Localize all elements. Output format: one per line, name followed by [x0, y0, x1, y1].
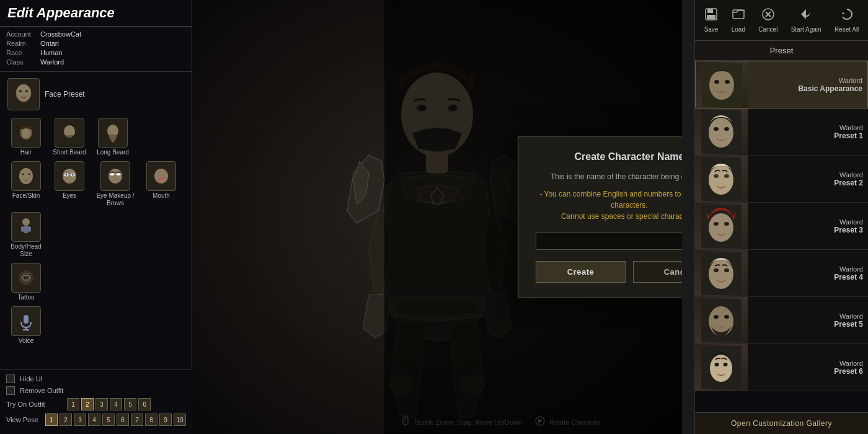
preset-class-basic: Warlord — [839, 77, 862, 84]
save-label: Save — [704, 26, 719, 33]
svg-point-25 — [22, 273, 30, 282]
category-row-3: Body/Head Size — [2, 210, 189, 260]
race-label: Race — [6, 49, 40, 56]
view-pose-btn-10[interactable]: 10 — [174, 414, 186, 426]
bottom-controls: Hide UI Remove Outfit Try On Outfit 1 2 … — [0, 369, 192, 434]
try-on-outfit-row: Try On Outfit 1 2 3 4 5 6 — [6, 398, 186, 410]
character-viewport[interactable]: Scroll: Zoom, Drag: Move Up/Down Rotate … — [192, 0, 682, 434]
preset-class-2: Warlord — [839, 171, 863, 179]
view-pose-btn-5[interactable]: 5 — [102, 414, 115, 426]
view-pose-btn-4[interactable]: 4 — [88, 414, 100, 426]
mouth-category[interactable]: Mouth — [141, 161, 181, 207]
reset-all-icon — [840, 7, 854, 24]
right-panel: Save Load Cancel — [694, 0, 868, 434]
preset-name-2: Preset 2 — [834, 179, 863, 187]
cancel-button[interactable]: Cancel — [755, 5, 781, 35]
face-skin-label: Face/Skin — [12, 192, 40, 200]
view-pose-btn-8[interactable]: 8 — [145, 414, 157, 426]
try-on-btn-1[interactable]: 1 — [67, 398, 79, 410]
preset-class-5: Warlord — [839, 312, 863, 320]
class-label: Class — [6, 58, 40, 66]
try-on-btn-4[interactable]: 4 — [110, 398, 122, 410]
remove-outfit-label: Remove Outfit — [20, 387, 63, 394]
preset-list: Warlord Basic Appearance Warlord Preset … — [695, 61, 868, 397]
remove-outfit-checkbox[interactable] — [6, 386, 15, 395]
view-pose-btn-7[interactable]: 7 — [131, 414, 143, 426]
try-on-btn-3[interactable]: 3 — [95, 398, 108, 410]
hide-ui-row: Hide UI — [6, 374, 186, 383]
body-head-size-category[interactable]: Body/Head Size — [6, 212, 46, 258]
svg-rect-46 — [707, 15, 715, 19]
svg-rect-26 — [24, 315, 29, 324]
account-label: Account — [6, 30, 40, 38]
svg-point-57 — [714, 127, 719, 131]
eyes-category[interactable]: Eyes — [50, 161, 89, 207]
svg-point-2 — [25, 90, 29, 92]
svg-rect-23 — [29, 226, 31, 232]
eye-makeup-category[interactable]: Eye Makeup / Brows — [93, 161, 138, 207]
svg-point-61 — [714, 174, 719, 178]
try-on-btn-5[interactable]: 5 — [124, 398, 136, 410]
load-button[interactable]: Load — [728, 5, 749, 35]
modal-overlay: Create Character Name This is the name o… — [384, 0, 682, 434]
hair-label: Hair — [20, 149, 32, 156]
body-head-size-icon — [11, 212, 41, 242]
voice-label: Voice — [19, 337, 33, 345]
preset-item-3[interactable]: Warlord Preset 3 — [695, 203, 868, 250]
short-beard-label: Short Beard — [53, 149, 86, 156]
view-pose-btn-9[interactable]: 9 — [159, 414, 172, 426]
preset-item-5[interactable]: Warlord Preset 5 — [695, 297, 868, 344]
character-name-input[interactable] — [536, 232, 682, 250]
modal-dialog: Create Character Name This is the name o… — [518, 136, 682, 298]
svg-point-69 — [714, 268, 719, 272]
reset-all-button[interactable]: Reset All — [831, 5, 862, 35]
preset-item-basic[interactable]: Warlord Basic Appearance — [695, 61, 868, 108]
preset-item-2[interactable]: Warlord Preset 2 — [695, 156, 868, 203]
face-skin-category[interactable]: Face/Skin — [6, 161, 46, 207]
eye-makeup-label: Eye Makeup / Brows — [93, 192, 138, 207]
svg-rect-22 — [21, 226, 24, 232]
hair-icon — [11, 118, 41, 148]
preset-name-3: Preset 3 — [834, 226, 863, 234]
preset-item-6[interactable]: Warlord Preset 6 — [695, 344, 868, 391]
view-pose-row: View Pose 1 2 3 4 5 6 7 8 9 10 — [6, 414, 186, 426]
preset-thumb-1 — [695, 108, 748, 155]
face-preset-button[interactable]: Face Preset — [2, 76, 189, 113]
modal-description: This is the name of the character being … — [536, 171, 682, 182]
modal-cancel-button[interactable]: Cancel — [633, 261, 682, 283]
svg-point-74 — [724, 315, 729, 319]
view-pose-btn-2[interactable]: 2 — [60, 414, 72, 426]
hide-ui-checkbox[interactable] — [6, 374, 15, 383]
svg-point-58 — [724, 127, 729, 131]
tattoo-category[interactable]: Tattoo — [6, 263, 46, 301]
hair-category[interactable]: Hair — [6, 118, 46, 156]
preset-item-4[interactable]: Warlord Preset 4 — [695, 250, 868, 297]
try-on-btn-6[interactable]: 6 — [138, 398, 151, 410]
save-button[interactable]: Save — [701, 5, 722, 35]
svg-point-70 — [724, 268, 729, 272]
preset-info-basic: Warlord Basic Appearance — [748, 61, 867, 108]
svg-rect-45 — [707, 9, 713, 13]
svg-point-7 — [19, 168, 33, 184]
try-on-btn-2[interactable]: 2 — [81, 398, 94, 410]
start-again-button[interactable]: Start Again — [787, 5, 825, 35]
view-pose-btn-1[interactable]: 1 — [45, 414, 58, 426]
svg-point-16 — [110, 173, 115, 175]
long-beard-category[interactable]: Long Beard — [93, 118, 133, 156]
svg-point-54 — [725, 80, 730, 84]
view-pose-btn-6[interactable]: 6 — [117, 414, 129, 426]
open-customization-gallery-button[interactable]: Open Customization Gallery — [695, 412, 868, 434]
svg-point-76 — [710, 355, 732, 382]
short-beard-category[interactable]: Short Beard — [50, 118, 89, 156]
svg-point-0 — [16, 84, 31, 102]
preset-thumb-2 — [695, 156, 748, 202]
create-button[interactable]: Create — [536, 261, 626, 283]
customization-grid: Face Preset Hair — [0, 72, 192, 351]
try-on-buttons: 1 2 3 4 5 6 — [67, 398, 151, 410]
preset-class-4: Warlord — [839, 265, 863, 273]
tattoo-icon — [11, 263, 41, 293]
voice-category[interactable]: Voice — [6, 306, 46, 345]
preset-item-1[interactable]: Warlord Preset 1 — [695, 108, 868, 156]
preset-class-6: Warlord — [839, 360, 863, 367]
view-pose-btn-3[interactable]: 3 — [74, 414, 86, 426]
